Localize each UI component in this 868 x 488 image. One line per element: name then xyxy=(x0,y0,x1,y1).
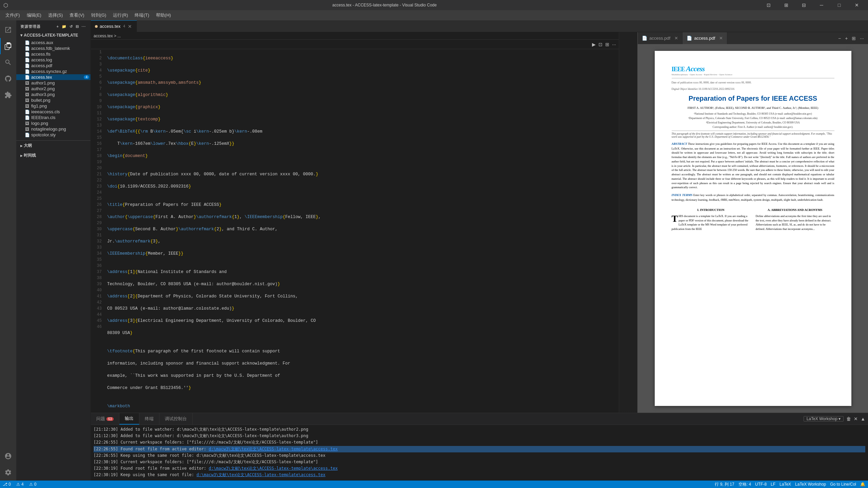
line-ending[interactable]: LF xyxy=(771,482,775,487)
warnings-status[interactable]: ⚠ 0 xyxy=(29,482,37,487)
menu-select[interactable]: 选择(S) xyxy=(45,11,65,20)
sidebar-item[interactable]: 🖼 author1.png xyxy=(16,80,91,86)
log-line: [22:26:55] Keep using the same root file… xyxy=(94,452,865,459)
close-panel-btn[interactable]: ✕ xyxy=(854,416,858,422)
encoding[interactable]: UTF-8 xyxy=(755,482,767,487)
code-editor[interactable]: 12345 678910 1112131415 1617181920 21222… xyxy=(91,49,619,413)
log-line: [21:12:30] Added to file watcher: d:\mac… xyxy=(94,433,865,439)
sidebar-item-access-pdf[interactable]: 📄 access.pdf xyxy=(16,63,91,69)
bottom-tab-terminal[interactable]: 终端 xyxy=(139,413,159,425)
sidebar-item[interactable]: 📄 access.aux xyxy=(16,40,91,45)
bottom-tab-debug[interactable]: 调试控制台 xyxy=(159,413,193,425)
sidebar-item[interactable]: 📄 IEEEtran.cls xyxy=(16,115,91,120)
menu-run[interactable]: 运行(R) xyxy=(110,11,131,20)
more-actions-btn[interactable]: ··· xyxy=(612,42,616,47)
file-icon: 📄 xyxy=(24,75,30,80)
language-mode[interactable]: LaTeX xyxy=(780,482,791,487)
sidebar-item[interactable]: 🖼 author3.png xyxy=(16,92,91,97)
root-folder[interactable]: ▾ ACCESS-LATEX-TEMPLATE xyxy=(16,31,91,40)
sidebar-item[interactable]: 📄 ieeeaccess.cls xyxy=(16,109,91,115)
sidebar-new-file[interactable]: + xyxy=(56,24,59,30)
run-button[interactable]: ▶ xyxy=(592,42,596,47)
log-path[interactable]: d:\macw3\文献\tex论文\ACCESS-latex-template\… xyxy=(196,472,325,477)
sidebar-item[interactable]: 📄 spotcolor.sty xyxy=(16,132,91,138)
sidebar-item[interactable]: 🖼 author2.png xyxy=(16,86,91,92)
activity-explorer[interactable] xyxy=(0,22,16,38)
sidebar-more[interactable]: ··· xyxy=(81,24,86,30)
log-path[interactable]: d:\macw3\文献\tex论文\ACCESS-latex-template\… xyxy=(209,466,338,471)
window-layout-btn[interactable]: ⊡ xyxy=(761,0,776,10)
sidebar-title: 资源管理器 xyxy=(20,24,41,29)
abbrevs-head: A. ABBREVIATIONS AND ACRONYMS xyxy=(756,208,834,213)
latex-workshop-selector[interactable]: LaTeX Workshop ▾ xyxy=(804,416,844,422)
pdf-zoom-out[interactable]: − xyxy=(837,35,842,42)
latex-workshop-status[interactable]: LaTeX Workshop xyxy=(795,482,826,487)
menu-edit[interactable]: 编辑(E) xyxy=(24,11,44,20)
bottom-tab-problems[interactable]: 问题 63 xyxy=(91,413,119,425)
activity-files[interactable] xyxy=(0,38,16,54)
code-content[interactable]: \documentclass{ieeeaccess} \usepackage{c… xyxy=(104,49,619,413)
sidebar-collapse[interactable]: ⊟ xyxy=(75,24,80,30)
pdf-fit[interactable]: ⊞ xyxy=(850,35,857,42)
pdf-content[interactable]: IEEE Access Multidisciplinary · Open Acc… xyxy=(638,44,868,413)
sidebar-item[interactable]: 🖼 logo.png xyxy=(16,120,91,126)
pdf-tab-1[interactable]: 📄 access.pdf ✕ xyxy=(638,32,683,44)
split-editor-btn2[interactable]: ⊞ xyxy=(605,42,609,47)
window-layout-btn2[interactable]: ⊞ xyxy=(778,0,794,10)
tab-access-tex[interactable]: access.tex 4 ✕ xyxy=(91,20,137,32)
bottom-tab-output[interactable]: 输出 xyxy=(119,413,139,425)
timeline-section[interactable]: ▸ 时间线 xyxy=(16,151,91,160)
pdf-tab-close[interactable]: ✕ xyxy=(719,36,723,41)
activity-source-control[interactable] xyxy=(0,71,16,87)
activity-settings[interactable] xyxy=(0,464,16,481)
sidebar-item[interactable]: 🖼 fig1.png xyxy=(16,103,91,109)
sidebar-item[interactable]: 🖼 notaglinelogo.png xyxy=(16,126,91,132)
tab-close-btn[interactable]: ✕ xyxy=(127,24,133,29)
sidebar-new-folder[interactable]: 📁 xyxy=(61,24,67,30)
source-control-status[interactable]: ⎇ 0 xyxy=(3,482,11,487)
outline-section[interactable]: ▸ 大纲 xyxy=(16,140,91,151)
errors-status[interactable]: ⚠ 4 xyxy=(16,482,24,487)
menu-terminal[interactable]: 终端(T) xyxy=(132,11,152,20)
abstract-text: These instructions give you guidelines f… xyxy=(672,142,834,189)
cursor-position[interactable]: 行 9, 列 17 xyxy=(715,482,734,487)
sidebar-item-access-log[interactable]: 📄 access.log xyxy=(16,57,91,63)
activity-extensions[interactable] xyxy=(0,87,16,103)
close-btn[interactable]: ✕ xyxy=(849,0,865,10)
file-icon: 📄 xyxy=(24,69,30,74)
clear-output-btn[interactable]: 🗑 xyxy=(846,416,851,422)
sidebar-item-synctex[interactable]: 📄 access.synctex.gz xyxy=(16,69,91,74)
maximize-panel-btn[interactable]: ▲ xyxy=(861,416,865,422)
minimize-btn[interactable]: ─ xyxy=(814,0,829,10)
maximize-btn[interactable]: □ xyxy=(831,0,847,10)
tab-dot xyxy=(95,25,98,28)
tab-label: access.tex xyxy=(100,24,120,29)
pdf-tab-close[interactable]: ✕ xyxy=(674,36,678,41)
log-path[interactable]: d:\macw3\文献\tex论文\ACCESS-latex-template\… xyxy=(209,447,338,451)
pdf-index: INDEX TERMS Enter key words or phrases i… xyxy=(672,193,834,202)
sidebar-item[interactable]: 🖼 bullet.png xyxy=(16,97,91,103)
sidebar-item[interactable]: 📄 access.fls xyxy=(16,51,91,57)
indentation[interactable]: 空格: 4 xyxy=(738,482,751,487)
menu-goto[interactable]: 转到(G) xyxy=(88,11,109,20)
sidebar-item[interactable]: 📄 access.fdb_latexmk xyxy=(16,45,91,51)
sidebar-item-access-tex[interactable]: 📄 access.tex 4 xyxy=(16,74,91,80)
activity-accounts[interactable] xyxy=(0,448,16,464)
split-editor-btn[interactable]: ⊡ xyxy=(598,42,603,47)
sidebar-tree: ▾ ACCESS-LATEX-TEMPLATE 📄 access.aux 📄 a… xyxy=(16,31,91,481)
pdf-tab-2[interactable]: 📄 access.pdf ✕ xyxy=(683,32,727,44)
pdf-more[interactable]: ··· xyxy=(859,35,865,42)
menu-help[interactable]: 帮助(H) xyxy=(153,11,174,20)
activity-search[interactable] xyxy=(0,54,16,71)
notifications-btn[interactable]: 🔔 xyxy=(860,482,865,487)
menu-file[interactable]: 文件(F) xyxy=(3,11,23,20)
goto-line-status[interactable]: Go to Line/Col xyxy=(830,482,856,487)
sidebar-refresh[interactable]: ↺ xyxy=(69,24,74,30)
menu-view[interactable]: 查看(V) xyxy=(67,11,87,20)
window-layout-btn3[interactable]: ⊟ xyxy=(796,0,812,10)
image-icon: 🖼 xyxy=(24,104,30,109)
problems-badge: 63 xyxy=(106,417,114,421)
pdf-zoom-in[interactable]: + xyxy=(844,35,849,42)
chevron-down-icon: ▾ xyxy=(20,33,22,38)
title-bar: ⬡ access.tex - ACCESS-latex-template - V… xyxy=(0,0,868,10)
